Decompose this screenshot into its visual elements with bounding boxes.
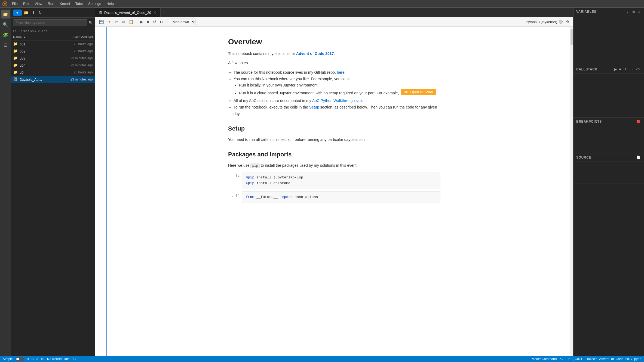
variables-content xyxy=(574,16,644,65)
list-item: You can run this Notebook wherever you l… xyxy=(234,76,440,97)
file-name: d04 xyxy=(20,63,60,67)
search-input[interactable] xyxy=(13,19,87,26)
code-block-2[interactable]: from __future__ import annotations xyxy=(242,191,440,203)
tab-bar: 📓 Dazbo's_Advent_of_Code_20 ✕ - xyxy=(95,8,573,17)
list-item[interactable]: 📁 d02 20 hours ago xyxy=(11,48,95,55)
icon-bar: 📁 🔍 🧩 ☰ xyxy=(0,8,11,356)
breadcrumb: / / … / src / AoC_2017 / xyxy=(11,28,95,34)
file-name-status: Dazbo's_Advent_of_Code_2017.ipynb xyxy=(586,357,641,361)
para-setup: You need to run all cells in this sectio… xyxy=(228,137,440,143)
refresh-button[interactable]: ↻ xyxy=(37,9,43,16)
callstack-stop-button[interactable]: ■ xyxy=(618,67,622,72)
cell-type-dropdown[interactable]: Markdown Code Raw xyxy=(169,18,196,25)
file-time: 23 minutes ago xyxy=(60,78,93,81)
simple-toggle[interactable] xyxy=(16,357,24,361)
restart-button[interactable]: ↺ xyxy=(151,18,158,25)
status-s-icon: S xyxy=(31,357,33,361)
status-left: Simple 0 S 3 ⚙ xyxy=(3,357,44,361)
add-cell-button[interactable]: ＋ xyxy=(106,18,113,25)
folder-icon: 📁 xyxy=(13,56,18,61)
callstack-label: CALLSTACK xyxy=(576,67,597,71)
menu-help[interactable]: Help xyxy=(104,1,116,6)
code-block-1[interactable]: %pip install jupyterlab-lsp %pip install… xyxy=(242,172,440,189)
open-in-colab-button[interactable]: CO Open in Colab xyxy=(401,89,436,95)
open-folder-button[interactable]: 📂 xyxy=(23,9,30,16)
kernel-idle-status: No Kernel | Idle xyxy=(47,357,70,361)
colab-logo-icon: CO xyxy=(404,89,409,94)
breakpoints-header: BREAKPOINTS 🔴 xyxy=(574,117,644,126)
menu-kernel[interactable]: Kernel xyxy=(57,1,72,6)
callstack-step-out-button[interactable]: ↑ xyxy=(631,67,634,72)
file-time: 20 hours ago xyxy=(60,42,93,46)
menu-run[interactable]: Run xyxy=(45,1,56,6)
main-layout: 📁 🔍 🧩 ☰ + 📂 ⬆ ↻ 🔍 / / … / src / AoC_2017… xyxy=(0,8,644,356)
menu-tabs[interactable]: Tabs xyxy=(73,1,85,6)
kernel-settings-button[interactable]: ⚙ xyxy=(564,18,571,25)
callstack-step-in-button[interactable]: ↓ xyxy=(627,67,631,72)
file-name: d02 xyxy=(20,49,60,53)
list-item[interactable]: 📁 d03 23 minutes ago xyxy=(11,55,95,62)
column-name-header[interactable]: Name ▲ xyxy=(13,35,60,39)
breakpoints-clear-button[interactable]: 🔴 xyxy=(636,119,641,124)
callstack-header: CALLSTACK ▶ ■ ↺ ↓ ↑ </> xyxy=(574,65,644,74)
sidebar-toc-icon[interactable]: ☰ xyxy=(1,41,10,49)
variables-menu-button[interactable]: ≡ xyxy=(637,9,641,14)
variables-grid-button[interactable]: ⊞ xyxy=(631,9,636,14)
callstack-step-over-button[interactable]: ↺ xyxy=(622,67,627,72)
source-header: SOURCE 📄 xyxy=(574,153,644,162)
file-time: 23 minutes ago xyxy=(60,63,93,67)
walkthrough-link[interactable]: AoC Python Walkthrough site xyxy=(312,98,362,103)
source-content xyxy=(574,162,644,184)
breakpoints-label: BREAKPOINTS xyxy=(576,120,602,123)
callstack-continue-button[interactable]: ▶ xyxy=(614,67,618,72)
sidebar-search-icon[interactable]: 🔍 xyxy=(1,20,10,29)
run-button[interactable]: ▶ xyxy=(139,18,145,25)
sidebar-files-icon[interactable]: 📁 xyxy=(1,10,10,18)
interrupt-button[interactable]: ■ xyxy=(145,18,151,25)
list-item[interactable]: 📁 d0n 20 hours ago xyxy=(11,69,95,76)
svg-text:CO: CO xyxy=(404,91,408,94)
github-link[interactable]: here xyxy=(337,70,345,75)
restart-run-all-button[interactable]: ⏭ xyxy=(158,18,165,25)
list-item: The source for this notebook source live… xyxy=(234,69,440,76)
menu-edit[interactable]: Edit xyxy=(21,1,31,6)
callstack-evaluate-button[interactable]: </> xyxy=(635,67,641,72)
menu-view[interactable]: View xyxy=(32,1,44,6)
status-settings-icon[interactable]: ⚙ xyxy=(41,357,44,361)
status-bar: Simple 0 S 3 ⚙ No Kernel | Idle 🛡 Mode: … xyxy=(0,356,644,362)
notebook-content[interactable]: Overview This notebook contains my solut… xyxy=(95,27,573,356)
file-list: 📁 d01 20 hours ago 📁 d02 20 hours ago 📁 … xyxy=(11,41,95,356)
new-file-button[interactable]: + xyxy=(13,10,22,16)
scroll-track[interactable] xyxy=(570,27,573,356)
source-settings-button[interactable]: 📄 xyxy=(636,155,641,160)
folder-icon: 📁 xyxy=(13,70,18,75)
menu-file[interactable]: File xyxy=(10,1,20,6)
variables-expand-button[interactable]: ⌄ xyxy=(625,9,630,14)
sidebar-extensions-icon[interactable]: 🧩 xyxy=(1,30,10,39)
variables-label: VARIABLES xyxy=(576,10,596,14)
cut-button[interactable]: ✂ xyxy=(114,18,120,25)
aoc-link[interactable]: Advent of Code 2017 xyxy=(296,51,334,56)
variables-section: VARIABLES ⌄ ⊞ ≡ xyxy=(574,8,644,65)
notebook-icon: 📓 xyxy=(13,77,18,82)
tab-notebook[interactable]: 📓 Dazbo's_Advent_of_Code_20 ✕ xyxy=(95,8,161,17)
list-item[interactable]: 📁 d04 23 minutes ago xyxy=(11,62,95,69)
paste-button[interactable]: 📋 xyxy=(127,18,135,25)
file-name: d01 xyxy=(20,42,60,46)
menu-settings[interactable]: Settings xyxy=(86,1,103,6)
list-item: Run it in a cloud-based Jupyter environm… xyxy=(239,89,440,97)
tab-notebook-icon: 📓 xyxy=(99,11,103,14)
list-item[interactable]: 📓 Dazbo's_Ad… 23 minutes ago xyxy=(11,76,95,83)
save-button[interactable]: 💾 xyxy=(97,18,105,25)
tab-close-button[interactable]: ✕ xyxy=(153,10,157,15)
file-time: 20 hours ago xyxy=(60,49,93,53)
file-name: d03 xyxy=(20,56,60,60)
search-icon: 🔍 xyxy=(88,21,93,25)
toolbar-separator xyxy=(137,19,137,24)
list-item[interactable]: 📁 d01 20 hours ago xyxy=(11,41,95,48)
copy-button[interactable]: ⧉ xyxy=(121,18,127,25)
setup-link[interactable]: Setup xyxy=(309,105,319,109)
scroll-thumb[interactable] xyxy=(571,29,573,45)
upload-button[interactable]: ⬆ xyxy=(31,9,36,16)
code-cell-1: [ ]: %pip install jupyterlab-lsp %pip in… xyxy=(228,172,440,189)
